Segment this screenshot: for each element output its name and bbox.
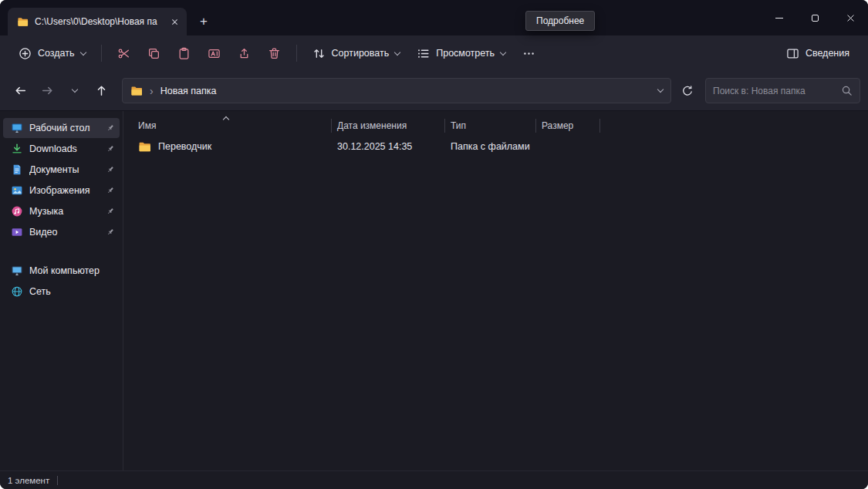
file-name: Переводчик [158,141,211,152]
address-dropdown-icon[interactable] [657,86,664,93]
folder-icon [130,85,143,97]
computer-icon [11,265,23,277]
sidebar-item-this-pc[interactable]: Мой компьютер [3,261,120,281]
column-header-label: Имя [138,120,156,131]
pin-icon [106,186,115,195]
sidebar-gap [0,243,123,260]
search-input[interactable] [713,86,836,96]
sidebar-item-downloads[interactable]: Downloads [3,139,120,159]
sort-button[interactable]: Сортировать [305,42,408,66]
details-pane-button[interactable]: Сведения [778,42,857,66]
sidebar: Рабочий стол Downloads Документы [0,111,123,470]
minimize-button[interactable] [762,0,797,35]
file-name-cell[interactable]: Переводчик [123,140,332,153]
chevron-down-icon [71,86,77,93]
more-ellipsis-icon [522,47,535,60]
status-bar: 1 элемент [0,470,868,489]
minimize-icon [775,18,783,19]
view-label: Просмотреть [436,48,495,59]
file-row[interactable]: Переводчик 30.12.2025 14:35 Папка с файл… [123,136,868,157]
sidebar-item-videos[interactable]: Видео [3,222,120,242]
toolbar-separator [296,45,297,62]
sidebar-item-label: Сеть [29,286,115,297]
plus-circle-icon [19,47,32,60]
details-pane-icon [786,47,799,60]
column-header-modified[interactable]: Дата изменения [332,119,445,133]
address-bar[interactable]: › Новая папка [122,78,671,103]
trash-icon [268,47,281,60]
sidebar-item-documents[interactable]: Документы [3,160,120,180]
downloads-icon [11,143,23,155]
sidebar-item-music[interactable]: Музыка [3,201,120,221]
maximize-button[interactable] [797,0,833,35]
explorer-tab[interactable]: C:\Users\0\Desktop\Новая па [8,8,187,35]
paste-button[interactable] [170,42,198,66]
navigation-bar: › Новая папка [0,71,868,111]
sidebar-item-label: Видео [29,227,100,238]
up-button[interactable] [89,78,114,103]
create-label: Создать [38,48,75,59]
details-label: Сведения [806,48,849,59]
tab-close-icon[interactable] [167,14,182,29]
chevron-down-icon [79,49,86,55]
column-header-label: Тип [451,120,466,131]
sidebar-item-network[interactable]: Сеть [3,282,120,302]
forward-button[interactable] [35,78,60,103]
toolbar-separator [101,45,102,62]
recent-locations-button[interactable] [62,78,87,103]
network-icon [11,285,23,298]
pictures-icon [11,184,23,197]
column-header-size[interactable]: Размер [536,119,600,133]
search-box[interactable] [705,78,860,103]
breadcrumb-chevron: › [150,86,154,96]
refresh-icon [681,85,694,97]
pin-icon [106,144,115,153]
folder-icon [17,16,29,28]
column-headers: Имя Дата изменения Тип Размер [123,116,868,136]
explorer-window: C:\Users\0\Desktop\Новая па + Подробнее … [0,0,868,489]
maximize-icon [812,15,819,22]
close-button[interactable] [833,0,868,35]
sidebar-item-label: Музыка [29,206,100,217]
share-icon [238,47,251,60]
paste-icon [177,47,191,60]
refresh-button[interactable] [674,78,701,104]
status-separator [57,476,58,485]
more-button[interactable] [515,42,543,66]
back-button[interactable] [8,78,33,103]
file-list: Имя Дата изменения Тип Размер Переводчик… [123,111,868,470]
up-arrow-icon [95,84,108,97]
copy-button[interactable] [140,42,168,66]
sidebar-item-desktop[interactable]: Рабочий стол [3,118,120,138]
cut-icon [117,47,130,60]
new-tab-button[interactable]: + [193,10,214,32]
documents-icon [11,164,23,176]
back-arrow-icon [14,84,27,97]
delete-button[interactable] [260,42,289,66]
sidebar-item-label: Downloads [29,143,100,154]
column-header-type[interactable]: Тип [445,119,536,133]
view-list-icon [417,47,430,60]
sort-ascending-icon [224,113,228,124]
content-area: Рабочий стол Downloads Документы [0,111,868,470]
share-button[interactable] [230,42,258,66]
pin-icon [106,228,115,237]
file-modified: 30.12.2025 14:35 [332,141,445,152]
sidebar-item-pictures[interactable]: Изображения [3,180,120,201]
pin-icon [106,123,115,133]
breadcrumb-path[interactable]: Новая папка [160,86,651,96]
pin-icon [106,207,115,216]
item-count: 1 элемент [8,476,49,485]
close-icon [846,13,856,23]
cut-button[interactable] [110,42,138,66]
chevron-down-icon [500,49,506,55]
command-bar: Создать [0,35,868,71]
titlebar: C:\Users\0\Desktop\Новая па + [0,0,868,35]
sidebar-item-label: Мой компьютер [29,265,115,276]
view-button[interactable]: Просмотреть [409,42,513,66]
rename-button[interactable] [200,42,228,66]
music-icon [11,205,23,218]
desktop-icon [11,122,23,134]
chevron-down-icon [394,49,400,55]
create-button[interactable]: Создать [11,42,93,66]
